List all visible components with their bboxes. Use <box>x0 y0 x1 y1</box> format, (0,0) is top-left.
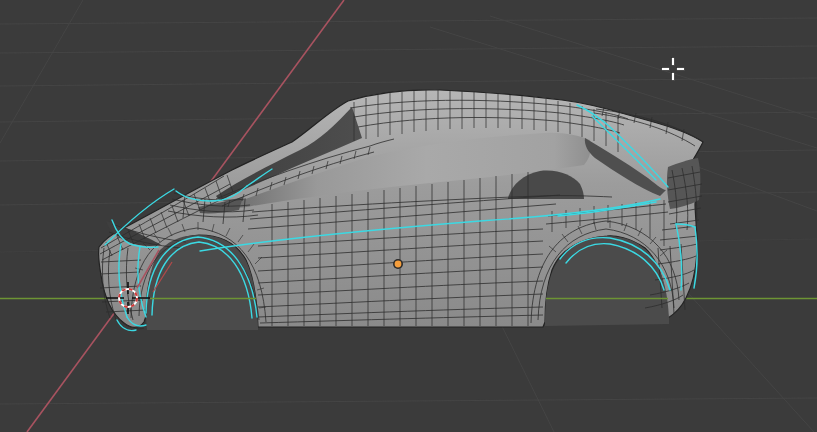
mouse-cursor-arm-bottom <box>672 73 675 81</box>
origin-dot[interactable] <box>395 261 402 268</box>
blender-3d-viewport[interactable] <box>0 0 817 432</box>
mouse-cursor-arm-left <box>662 68 670 71</box>
viewport-canvas[interactable] <box>0 0 817 432</box>
mouse-cursor-arm-top <box>672 58 675 66</box>
mouse-cursor-arm-right <box>677 68 685 71</box>
object-origin[interactable] <box>393 259 403 269</box>
